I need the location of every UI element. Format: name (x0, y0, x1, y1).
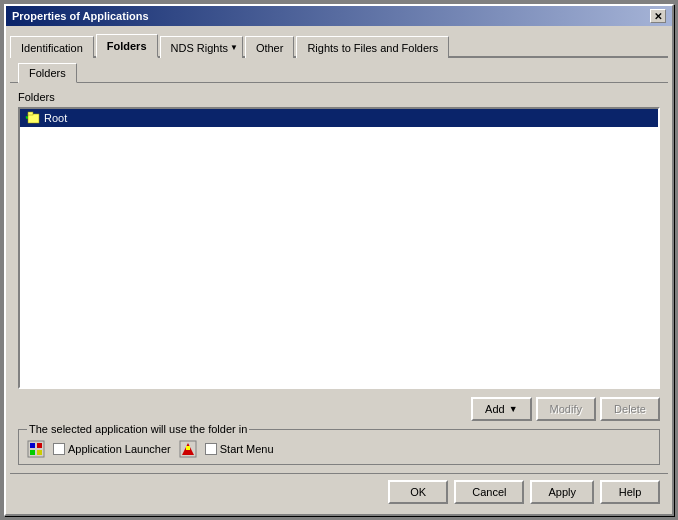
action-buttons-row: Add ▼ Modify Delete (18, 397, 660, 421)
tab-other[interactable]: Other (245, 36, 295, 58)
cancel-button[interactable]: Cancel (454, 480, 524, 504)
delete-button[interactable]: Delete (600, 397, 660, 421)
svg-rect-5 (37, 443, 42, 448)
app-launcher-checkbox-group: Application Launcher (53, 443, 171, 455)
ok-button[interactable]: OK (388, 480, 448, 504)
tab-nds-rights[interactable]: NDS Rights ▼ (160, 36, 243, 58)
tab-folders[interactable]: Folders (96, 34, 158, 58)
svg-rect-2 (28, 112, 33, 115)
tab-identification[interactable]: Identification (10, 36, 94, 58)
title-bar: Properties of Applications ✕ (6, 6, 672, 26)
bottom-buttons-row: OK Cancel Apply Help (10, 473, 668, 510)
window-title: Properties of Applications (12, 10, 149, 22)
app-launcher-label: Application Launcher (68, 443, 171, 455)
folders-section-label: Folders (18, 91, 660, 103)
svg-rect-6 (30, 450, 35, 455)
apply-button[interactable]: Apply (530, 480, 594, 504)
sub-tabs: Folders (10, 58, 668, 83)
list-item[interactable]: ✓ Root (20, 109, 658, 127)
main-tabs: Identification Folders NDS Rights ▼ Othe… (10, 30, 668, 58)
content-area: Folders ✓ (10, 83, 668, 473)
list-item-text: Root (44, 112, 67, 124)
check-folder-icon: ✓ (24, 110, 40, 124)
start-menu-icon (179, 440, 197, 458)
start-menu-checkbox-group: Start Menu (205, 443, 274, 455)
svg-rect-1 (28, 114, 39, 123)
start-menu-label: Start Menu (220, 443, 274, 455)
svg-rect-7 (37, 450, 42, 455)
add-dropdown-arrow-icon: ▼ (509, 404, 518, 414)
start-menu-checkbox[interactable] (205, 443, 217, 455)
close-button[interactable]: ✕ (650, 9, 666, 23)
properties-window: Properties of Applications ✕ Identificat… (4, 4, 674, 516)
info-group: The selected application will use the fo… (18, 429, 660, 465)
modify-button[interactable]: Modify (536, 397, 596, 421)
sub-tab-folders[interactable]: Folders (18, 63, 77, 83)
launcher-icon (27, 440, 45, 458)
folder-icon: ✓ (24, 110, 40, 126)
window-body: Identification Folders NDS Rights ▼ Othe… (6, 26, 672, 514)
dropdown-arrow-icon: ▼ (230, 43, 238, 52)
app-launcher-checkbox[interactable] (53, 443, 65, 455)
info-items-row: Application Launcher Start Menu (27, 440, 651, 458)
add-button[interactable]: Add ▼ (471, 397, 532, 421)
info-group-legend: The selected application will use the fo… (27, 423, 249, 435)
tab-rights-files-folders[interactable]: Rights to Files and Folders (296, 36, 449, 58)
folders-list-box[interactable]: ✓ Root (18, 107, 660, 389)
svg-rect-10 (186, 446, 190, 450)
svg-rect-4 (30, 443, 35, 448)
help-button[interactable]: Help (600, 480, 660, 504)
